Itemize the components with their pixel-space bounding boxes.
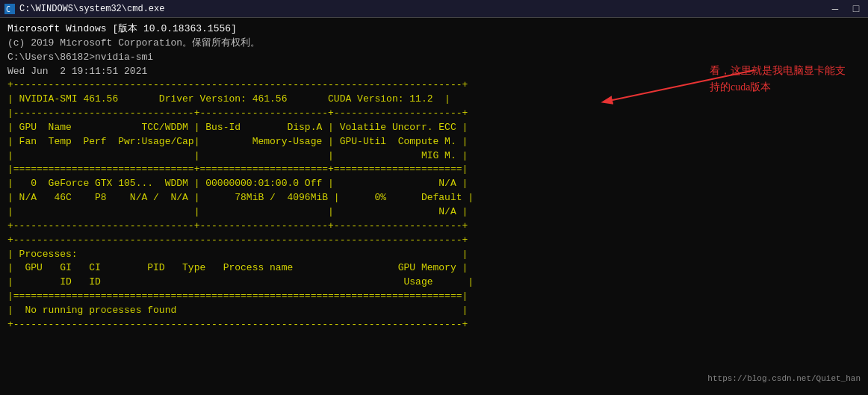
title-bar: C C:\WINDOWS\system32\cmd.exe — □ — [0, 0, 868, 18]
terminal-line-24: +---------------------------------------… — [7, 318, 605, 332]
svg-text:C: C — [6, 5, 10, 13]
terminal-line-13: | 0 GeForce GTX 105... WDDM | 00000000:0… — [7, 177, 605, 191]
annotation-panel: 看，这里就是我电脑显卡能支持的cuda版本 https://blog.csdn.… — [613, 18, 868, 395]
terminal-window: Microsoft Windows [版本 10.0.18363.1556] (… — [0, 18, 613, 395]
terminal-line-1: Microsoft Windows [版本 10.0.18363.1556] — [7, 22, 605, 37]
title-bar-title: C:\WINDOWS\system32\cmd.exe — [19, 4, 164, 14]
terminal-line-8: |-------------------------------+-------… — [7, 107, 605, 121]
annotation-url: https://blog.csdn.net/Quiet_han — [707, 374, 861, 383]
cmd-icon: C — [4, 4, 15, 14]
terminal-line-4: C:\Users\86182>nvidia-smi — [7, 51, 605, 65]
svg-line-3 — [613, 70, 754, 100]
terminal-line-16: +-------------------------------+-------… — [7, 220, 605, 234]
terminal-line-19: | Processes: | — [7, 248, 605, 262]
terminal-line-10: | Fan Temp Perf Pwr:Usage/Cap| Memory-Us… — [7, 135, 605, 149]
terminal-line-2: (c) 2019 Microsoft Corporation。保留所有权利。 — [7, 37, 605, 51]
minimize-button[interactable]: — — [828, 3, 843, 15]
terminal-line-18: +---------------------------------------… — [7, 234, 605, 248]
terminal-line-21: | ID ID Usage | — [7, 276, 605, 290]
terminal-line-11: | | | MIG M. | — [7, 149, 605, 164]
terminal-line-15: | | | N/A | — [7, 205, 605, 220]
terminal-line-7: | NVIDIA-SMI 461.56 Driver Version: 461.… — [7, 93, 605, 107]
title-bar-controls: — □ — [828, 3, 864, 15]
terminal-line-20: | GPU GI CI PID Type Process name GPU Me… — [7, 261, 605, 276]
annotation-arrow — [598, 55, 762, 122]
terminal-line-6: +---------------------------------------… — [7, 78, 605, 93]
terminal-line-22: |=======================================… — [7, 290, 605, 304]
terminal-line-12: |===============================+=======… — [7, 163, 605, 177]
terminal-line-14: | N/A 46C P8 N/A / N/A | 78MiB / 4096MiB… — [7, 191, 605, 205]
terminal-line-23: | No running processes found | — [7, 304, 605, 318]
terminal-line-9: | GPU Name TCC/WDDM | Bus-Id Disp.A | Vo… — [7, 121, 605, 135]
title-bar-left: C C:\WINDOWS\system32\cmd.exe — [4, 4, 164, 14]
terminal-line-5: Wed Jun 2 19:11:51 2021 — [7, 65, 605, 79]
maximize-button[interactable]: □ — [849, 3, 864, 15]
